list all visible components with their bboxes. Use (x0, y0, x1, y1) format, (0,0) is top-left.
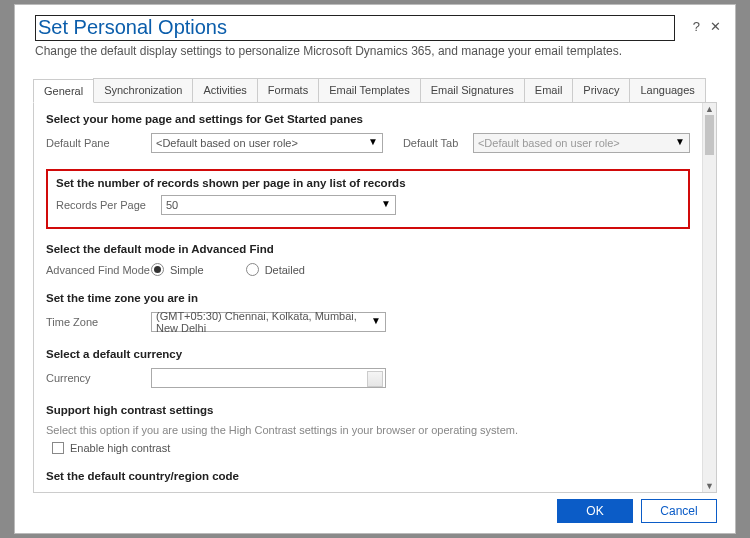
records-per-page-label: Records Per Page (56, 199, 161, 211)
radio-simple-icon (151, 263, 164, 276)
radio-detailed[interactable]: Detailed (246, 263, 305, 276)
section-records-title: Set the number of records shown per page… (56, 177, 680, 189)
tab-synchronization[interactable]: Synchronization (93, 78, 193, 102)
section-timezone-title: Set the time zone you are in (46, 292, 690, 304)
section-currency: Select a default currency Currency (46, 348, 690, 388)
ok-button[interactable]: OK (557, 499, 633, 523)
scroll-up-icon[interactable]: ▲ (703, 103, 716, 115)
default-tab-label: Default Tab (403, 137, 473, 149)
scroll-content: Select your home page and settings for G… (34, 103, 702, 492)
scroll-thumb[interactable] (705, 115, 714, 155)
advanced-find-mode-label: Advanced Find Mode (46, 264, 151, 276)
tab-email-templates[interactable]: Email Templates (318, 78, 421, 102)
dialog-header: Set Personal Options Change the default … (15, 5, 735, 62)
dialog-subtitle: Change the default display settings to p… (35, 44, 721, 58)
section-region-title: Set the default country/region code (46, 470, 690, 482)
tab-languages[interactable]: Languages (629, 78, 705, 102)
default-pane-select[interactable]: <Default based on user role> (151, 133, 383, 153)
section-currency-title: Select a default currency (46, 348, 690, 360)
contrast-note: Select this option if you are using the … (46, 424, 690, 436)
tab-email-signatures[interactable]: Email Signatures (420, 78, 525, 102)
section-records-highlight: Set the number of records shown per page… (46, 169, 690, 229)
tab-body: Select your home page and settings for G… (33, 103, 717, 493)
section-homepage-title: Select your home page and settings for G… (46, 113, 690, 125)
enable-high-contrast-checkbox[interactable] (52, 442, 64, 454)
tab-privacy[interactable]: Privacy (572, 78, 630, 102)
tab-formats[interactable]: Formats (257, 78, 319, 102)
tab-email[interactable]: Email (524, 78, 574, 102)
default-tab-select[interactable]: <Default based on user role> (473, 133, 690, 153)
vertical-scrollbar[interactable]: ▲ ▼ (702, 103, 716, 492)
help-icon[interactable]: ? (693, 19, 700, 34)
section-region: Set the default country/region code (46, 470, 690, 482)
title-selection-box: Set Personal Options (35, 15, 675, 41)
radio-simple[interactable]: Simple (151, 263, 204, 276)
dialog-footer: OK Cancel (557, 499, 717, 523)
tab-activities[interactable]: Activities (192, 78, 257, 102)
timezone-label: Time Zone (46, 316, 151, 328)
section-contrast: Support high contrast settings Select th… (46, 404, 690, 454)
scroll-down-icon[interactable]: ▼ (703, 480, 716, 492)
currency-label: Currency (46, 372, 151, 384)
section-homepage: Select your home page and settings for G… (46, 113, 690, 153)
section-timezone: Set the time zone you are in Time Zone (… (46, 292, 690, 332)
personal-options-dialog: Set Personal Options Change the default … (14, 4, 736, 534)
close-icon[interactable]: ✕ (710, 19, 721, 34)
currency-lookup[interactable] (151, 368, 386, 388)
tab-general[interactable]: General (33, 79, 94, 103)
timezone-select[interactable]: (GMT+05:30) Chennai, Kolkata, Mumbai, Ne… (151, 312, 386, 332)
section-contrast-title: Support high contrast settings (46, 404, 690, 416)
dialog-title: Set Personal Options (36, 16, 674, 40)
tab-strip: General Synchronization Activities Forma… (33, 78, 717, 103)
enable-high-contrast-label: Enable high contrast (70, 442, 170, 454)
section-advanced-find-title: Select the default mode in Advanced Find (46, 243, 690, 255)
section-advanced-find: Select the default mode in Advanced Find… (46, 243, 690, 276)
records-per-page-select[interactable]: 50 (161, 195, 396, 215)
radio-detailed-icon (246, 263, 259, 276)
cancel-button[interactable]: Cancel (641, 499, 717, 523)
default-pane-label: Default Pane (46, 137, 151, 149)
